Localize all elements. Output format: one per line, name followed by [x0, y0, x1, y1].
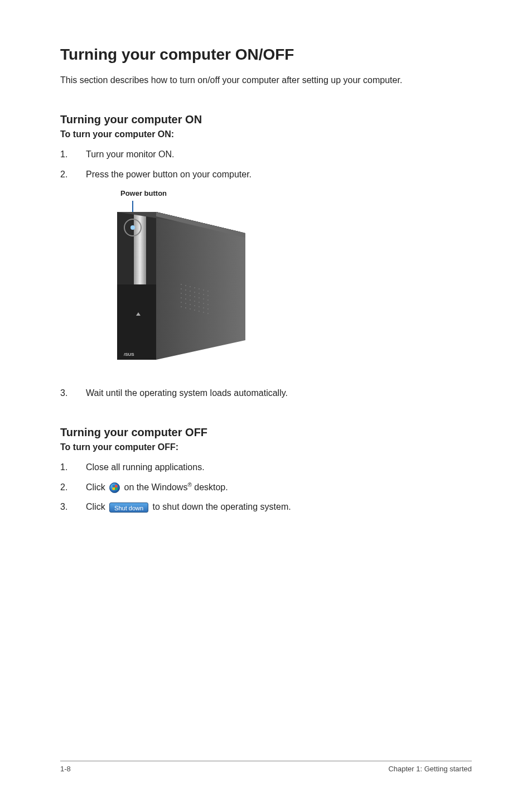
svg-point-29	[203, 294, 204, 295]
step-number: 2.	[60, 480, 86, 495]
svg-point-18	[185, 285, 186, 286]
svg-point-56	[199, 311, 200, 312]
svg-point-55	[194, 310, 195, 311]
computer-illustration: /SUS	[112, 201, 257, 368]
svg-point-54	[190, 308, 191, 310]
svg-point-57	[203, 312, 204, 313]
step-text-before: Click	[86, 502, 108, 511]
svg-point-20	[194, 287, 195, 288]
svg-point-36	[203, 298, 204, 299]
svg-point-58	[207, 313, 209, 314]
power-button-label: Power button	[120, 189, 472, 197]
list-item: 1. Close all running applications.	[60, 460, 472, 475]
section-off-heading: Turning your computer OFF	[60, 426, 472, 439]
page-footer: 1-8 Chapter 1: Getting started	[60, 761, 472, 773]
svg-point-25	[185, 289, 186, 291]
page-root: Turning your computer ON/OFF This sectio…	[0, 0, 532, 802]
step-text-after: to shut down the operating system.	[153, 502, 291, 511]
step-text: Click on the Windows® desktop.	[86, 480, 472, 495]
svg-point-60	[130, 225, 135, 230]
list-item: 2. Click on the Windows® desktop.	[60, 480, 472, 495]
svg-point-51	[207, 308, 209, 310]
svg-point-37	[207, 299, 209, 301]
step-number: 2.	[60, 167, 86, 182]
footer-chapter: Chapter 1: Getting started	[388, 765, 472, 773]
svg-point-17	[181, 284, 182, 285]
svg-point-38	[181, 297, 182, 298]
list-item: 1. Turn your monitor ON.	[60, 147, 472, 162]
svg-point-23	[207, 291, 209, 292]
registered-mark: ®	[187, 481, 191, 487]
svg-point-53	[185, 307, 186, 308]
step-text-after-a: on the Windows	[124, 482, 188, 492]
svg-point-41	[194, 301, 195, 302]
list-item: 3. Click Shut down to shut down the oper…	[60, 500, 472, 514]
list-item: 3. Wait until the operating system loads…	[60, 386, 472, 400]
svg-point-35	[199, 297, 200, 298]
svg-point-50	[203, 307, 204, 308]
step-text: Wait until the operating system loads au…	[86, 386, 472, 400]
svg-point-49	[199, 306, 200, 307]
svg-point-44	[207, 304, 209, 305]
svg-text:/SUS: /SUS	[124, 352, 134, 357]
svg-point-40	[190, 299, 191, 301]
off-steps-list: 1. Close all running applications. 2. Cl…	[60, 460, 472, 514]
svg-marker-4	[117, 284, 156, 360]
section-off: Turning your computer OFF To turn your c…	[60, 426, 472, 514]
step-text: Click Shut down to shut down the operati…	[86, 500, 472, 514]
svg-point-31	[181, 293, 182, 294]
svg-point-46	[185, 303, 186, 304]
page-title: Turning your computer ON/OFF	[60, 46, 472, 64]
section-on-heading: Turning your computer ON	[60, 113, 472, 126]
svg-point-30	[207, 295, 209, 296]
svg-point-28	[199, 293, 200, 294]
shut-down-label: Shut down	[109, 503, 148, 513]
svg-point-52	[181, 306, 182, 307]
section-off-subheading: To turn your computer OFF:	[60, 442, 472, 452]
svg-point-24	[181, 288, 182, 289]
start-orb-icon	[109, 482, 120, 493]
step-number: 3.	[60, 386, 86, 400]
step-number: 1.	[60, 460, 86, 475]
svg-point-42	[199, 302, 200, 303]
svg-point-48	[194, 305, 195, 306]
step-text: Close all running applications.	[86, 460, 472, 475]
svg-point-47	[190, 304, 191, 305]
svg-point-43	[203, 303, 204, 304]
figure-block: Power button	[112, 189, 472, 370]
svg-point-34	[194, 296, 195, 297]
svg-point-45	[181, 302, 182, 303]
svg-point-39	[185, 298, 186, 299]
svg-point-32	[185, 294, 186, 295]
on-steps-list-cont: 3. Wait until the operating system loads…	[60, 386, 472, 400]
step-number: 1.	[60, 147, 86, 162]
svg-point-22	[203, 289, 204, 291]
shut-down-button-icon: Shut down	[109, 503, 148, 513]
section-on-subheading: To turn your computer ON:	[60, 129, 472, 139]
svg-point-27	[194, 292, 195, 293]
intro-paragraph: This section describes how to turn on/of…	[60, 74, 472, 86]
svg-point-26	[190, 291, 191, 292]
step-text-after-b: desktop.	[192, 482, 228, 492]
step-text: Turn your monitor ON.	[86, 147, 472, 162]
footer-page-number: 1-8	[60, 765, 71, 773]
list-item: 2. Press the power button on your comput…	[60, 167, 472, 182]
step-number: 3.	[60, 500, 86, 514]
step-text: Press the power button on your computer.	[86, 167, 472, 182]
svg-point-21	[199, 288, 200, 289]
svg-point-19	[190, 286, 191, 287]
on-steps-list: 1. Turn your monitor ON. 2. Press the po…	[60, 147, 472, 181]
step-text-before: Click	[86, 482, 108, 492]
svg-point-33	[190, 295, 191, 296]
